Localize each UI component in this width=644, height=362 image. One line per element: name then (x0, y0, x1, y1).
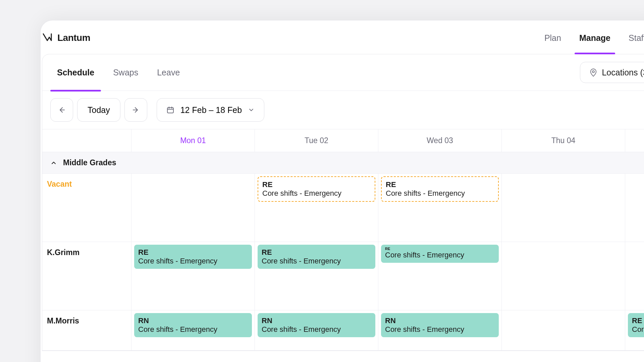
arrow-right-icon (132, 106, 140, 114)
next-week-button[interactable] (124, 98, 147, 122)
head-extra (625, 129, 644, 152)
cell[interactable]: RN Core shifts - Emergency (131, 310, 255, 351)
nav-manage[interactable]: Manage (579, 31, 610, 46)
shift[interactable]: RE Core shifts - Emergency (134, 245, 252, 269)
cell[interactable]: RE Core shifts - Emergency (255, 242, 378, 310)
logo-icon (42, 33, 53, 43)
shift-desc: Core shifts - Emergency (385, 325, 495, 334)
shift[interactable]: RN Core shifts - Emergency (381, 313, 499, 337)
cell[interactable]: RE Core shifts - Emergency (378, 174, 502, 242)
tab-swaps[interactable]: Swaps (113, 65, 138, 80)
nav-staff[interactable]: Staff (629, 31, 644, 46)
content-card: Schedule Swaps Leave Locations (3) Today (42, 54, 644, 351)
date-range-button[interactable]: 12 Feb – 18 Feb (157, 98, 264, 122)
row-name-vacant: Vacant (42, 174, 131, 242)
cell[interactable] (131, 174, 255, 242)
shift-desc: Core shifts - Emergency (262, 189, 371, 198)
logo-block: Lantum (41, 33, 90, 43)
shift-code: RE (385, 247, 495, 251)
head-thu: Thu 04 (502, 129, 625, 152)
group-name: Middle Grades (63, 158, 116, 167)
head-mon: Mon 01 (131, 129, 255, 152)
locations-label: Locations (3) (602, 68, 644, 77)
head-blank (42, 129, 131, 152)
svg-point-0 (593, 70, 595, 72)
shift-code: RN (138, 316, 248, 325)
date-range-label: 12 Feb – 18 Feb (180, 105, 242, 115)
shift-desc: Core shifts - Emergency (386, 189, 494, 198)
row-name: M.Morris (42, 310, 131, 351)
shift-desc: Core shifts - Emergency (138, 325, 248, 334)
tab-schedule[interactable]: Schedule (57, 65, 94, 80)
schedule-grid: Mon 01 Tue 02 Wed 03 Thu 04 Middle Grade… (42, 129, 644, 351)
row-name: K.Grimm (42, 242, 131, 310)
app-window: Lantum Plan Manage Staff Schedule Swaps … (40, 20, 644, 362)
toolbar: Today 12 Feb – 18 Feb (42, 90, 644, 129)
calendar-icon (166, 106, 174, 114)
shift[interactable]: RE Core shifts - Emergency (381, 245, 499, 263)
svg-rect-1 (167, 108, 173, 113)
cell[interactable]: RN Core shifts - Emergency (378, 310, 502, 351)
cell[interactable] (502, 242, 625, 310)
cell[interactable]: RE Core shifts - Emergency (625, 310, 644, 351)
shift-code: RN (385, 316, 495, 325)
shift-desc: Core shifts - Emergency (138, 257, 248, 265)
subnav: Schedule Swaps Leave Locations (3) (42, 54, 644, 90)
prev-week-button[interactable] (50, 98, 73, 122)
shift-code: RE (262, 180, 371, 189)
vacant-shift[interactable]: RE Core shifts - Emergency (381, 176, 499, 202)
cell[interactable] (625, 174, 644, 242)
shift-desc: Core shifts - Emergency (632, 325, 644, 334)
shift-desc: Core shifts - Emergency (385, 251, 495, 259)
vacant-shift[interactable]: RE Core shifts - Emergency (258, 176, 375, 202)
head-wed: Wed 03 (378, 129, 502, 152)
arrow-left-icon (58, 106, 66, 114)
cell[interactable]: RE Core shifts - Emergency (131, 242, 255, 310)
cell[interactable]: RN Core shifts - Emergency (255, 310, 378, 351)
shift[interactable]: RE Core shifts - Emergency (258, 245, 375, 269)
shift[interactable]: RE Core shifts - Emergency (628, 313, 644, 337)
cell[interactable]: RE Core shifts - Emergency (255, 174, 378, 242)
locations-filter[interactable]: Locations (3) (580, 62, 644, 83)
today-button[interactable]: Today (77, 98, 120, 122)
shift-desc: Core shifts - Emergency (262, 257, 371, 265)
brand-name: Lantum (57, 33, 90, 43)
today-label: Today (88, 105, 110, 115)
cell[interactable] (502, 174, 625, 242)
cell[interactable] (625, 242, 644, 310)
cell[interactable] (502, 310, 625, 351)
nav-plan[interactable]: Plan (544, 31, 561, 46)
shift-code: RE (386, 180, 494, 189)
shift[interactable]: RN Core shifts - Emergency (134, 313, 252, 337)
chevron-down-icon (248, 107, 255, 113)
cell[interactable]: RE Core shifts - Emergency (378, 242, 502, 310)
tab-leave[interactable]: Leave (157, 65, 180, 80)
shift[interactable]: RN Core shifts - Emergency (258, 313, 375, 337)
shift-code: RE (138, 248, 248, 257)
shift-desc: Core shifts - Emergency (262, 325, 371, 334)
group-row[interactable]: Middle Grades (42, 152, 644, 174)
shift-code: RN (262, 316, 371, 325)
shift-code: RE (632, 316, 644, 325)
top-nav: Plan Manage Staff (544, 31, 644, 46)
shift-code: RE (262, 248, 371, 257)
app-header: Lantum Plan Manage Staff (41, 24, 644, 52)
head-tue: Tue 02 (255, 129, 378, 152)
pin-icon (590, 68, 597, 77)
chevron-up-icon (50, 160, 57, 166)
